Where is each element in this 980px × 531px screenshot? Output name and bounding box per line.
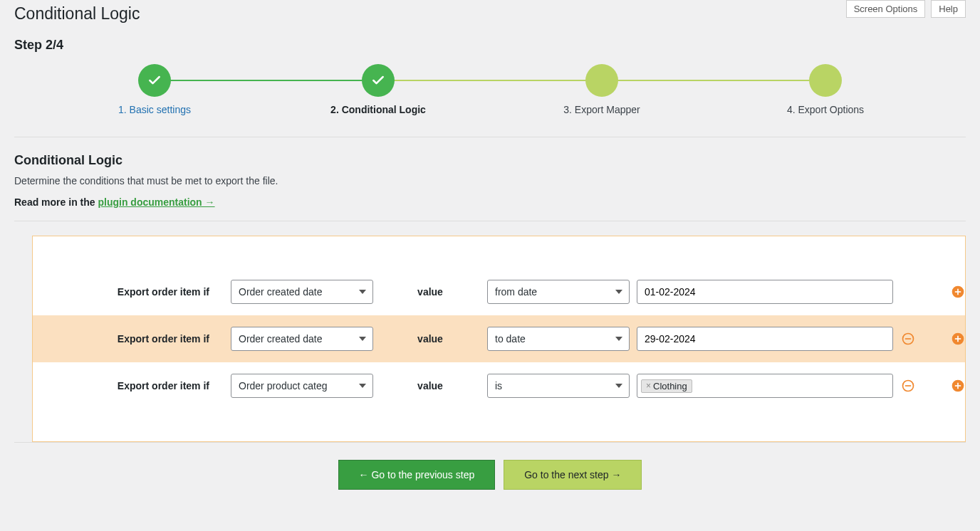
operator-select[interactable] [487, 374, 630, 398]
step-3: 3. Export Mapper [490, 64, 714, 115]
value-label: value [380, 286, 480, 298]
documentation-link[interactable]: plugin documentation → [98, 196, 214, 208]
step-connector [602, 80, 825, 81]
page-title: Conditional Logic [14, 4, 966, 23]
step-2: 2. Conditional Logic [266, 64, 490, 115]
read-more: Read more in the plugin documentation → [14, 196, 966, 221]
check-icon [362, 64, 395, 97]
check-icon [138, 64, 171, 97]
step-circle-pending [585, 64, 618, 97]
field-select[interactable] [231, 280, 373, 304]
rule-label: Export order item if [53, 286, 224, 298]
step-connector [155, 80, 378, 81]
rule-row: Export order item ifvalue [33, 268, 965, 315]
step-label[interactable]: 1. Basic settings [118, 104, 191, 115]
field-select[interactable] [231, 374, 373, 398]
plus-circle-icon [951, 332, 965, 346]
step-1[interactable]: 1. Basic settings [43, 64, 266, 115]
value-label: value [380, 380, 480, 391]
plus-circle-icon [951, 379, 965, 393]
step-circle-pending [809, 64, 842, 97]
tag-remove-icon[interactable]: × [646, 381, 651, 391]
section-description: Determine the conditions that must be me… [14, 175, 966, 186]
remove-rule-button[interactable] [900, 331, 916, 347]
minus-circle-icon [901, 379, 915, 393]
operator-select[interactable] [487, 280, 630, 304]
add-rule-button[interactable] [950, 331, 966, 347]
rules-container: Export order item ifvalueExport order it… [32, 236, 966, 442]
add-rule-button[interactable] [950, 284, 966, 300]
step-heading: Step 2/4 [14, 38, 966, 53]
step-4: 4. Export Options [714, 64, 937, 115]
screen-options-button[interactable]: Screen Options [846, 0, 926, 18]
rule-label: Export order item if [53, 333, 224, 345]
remove-rule-button[interactable] [900, 378, 916, 394]
rule-label: Export order item if [53, 380, 224, 391]
field-select[interactable] [231, 327, 373, 351]
rule-row: Export order item ifvalue [33, 315, 965, 362]
add-rule-button[interactable] [950, 378, 966, 394]
next-step-button[interactable]: Go to the next step → [504, 460, 642, 490]
operator-select[interactable] [487, 327, 630, 351]
tag: ×Clothing [641, 379, 692, 393]
read-more-prefix: Read more in the [14, 196, 98, 208]
step-label: 2. Conditional Logic [330, 104, 426, 115]
step-label: 4. Export Options [787, 104, 864, 115]
tag-label: Clothing [653, 381, 687, 391]
plus-circle-icon [951, 285, 965, 299]
stepper: 1. Basic settings2. Conditional Logic3. … [14, 64, 966, 137]
rule-row: Export order item ifvalue×Clothing [33, 362, 965, 409]
previous-step-button[interactable]: ← Go to the previous step [338, 460, 496, 490]
value-input[interactable] [637, 327, 893, 351]
value-input[interactable] [637, 280, 893, 304]
minus-circle-icon [901, 332, 915, 346]
section-heading: Conditional Logic [14, 153, 966, 168]
step-label: 3. Export Mapper [563, 104, 640, 115]
help-button[interactable]: Help [931, 0, 966, 18]
value-label: value [380, 333, 480, 345]
value-tag-input[interactable]: ×Clothing [637, 374, 893, 398]
step-connector [378, 80, 602, 81]
